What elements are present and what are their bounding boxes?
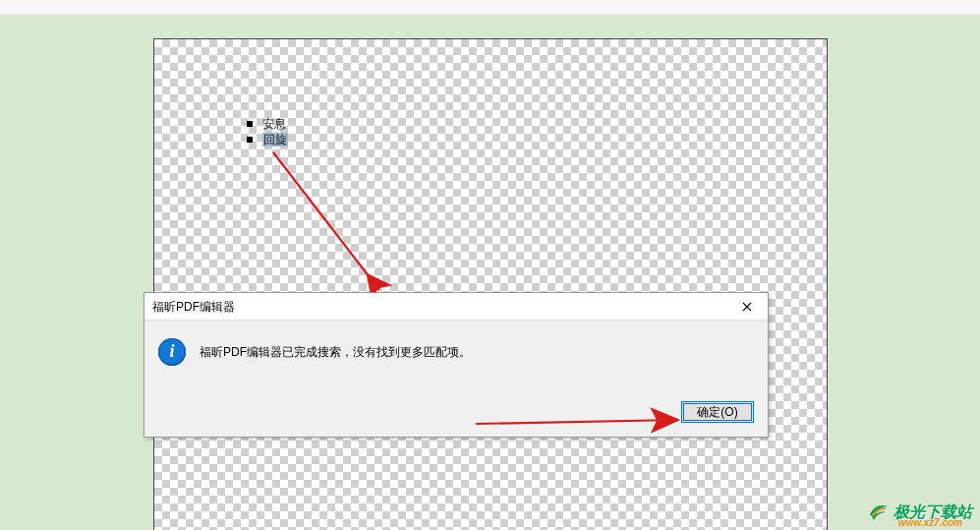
dialog-message: 福昕PDF编辑器已完成搜索，没有找到更多匹配项。 <box>200 338 471 361</box>
close-icon <box>742 302 752 312</box>
info-icon <box>158 338 186 366</box>
dialog-footer: 确定(O) <box>681 401 754 423</box>
list-item-label: 回旋 <box>262 133 288 147</box>
ok-button[interactable]: 确定(O) <box>681 401 754 423</box>
bullet-icon <box>247 137 253 143</box>
list-item: 安息 <box>247 116 288 132</box>
app-root: 安息 回旋 福昕PDF编辑器 <box>0 0 980 530</box>
dialog-title-text: 福昕PDF编辑器 <box>152 293 235 321</box>
list-item-label: 安息 <box>262 117 286 131</box>
search-complete-dialog: 福昕PDF编辑器 福昕PDF编辑器已完成搜索，没有找到更多匹配项。 确定(O) <box>144 292 769 438</box>
watermark-site-url: www.xz7.com <box>898 517 962 528</box>
document-bullet-list: 安息 回旋 <box>247 116 288 147</box>
top-toolbar-strip <box>0 0 980 15</box>
site-watermark: 极光下载站 www.xz7.com <box>866 501 972 524</box>
workspace-background: 安息 回旋 福昕PDF编辑器 <box>0 15 980 530</box>
close-button[interactable] <box>726 293 768 321</box>
list-item: 回旋 <box>247 132 288 147</box>
dialog-body: 福昕PDF编辑器已完成搜索，没有找到更多匹配项。 <box>144 321 768 366</box>
dialog-titlebar: 福昕PDF编辑器 <box>144 293 768 321</box>
bullet-icon <box>247 121 253 127</box>
pdf-canvas[interactable]: 安息 回旋 <box>153 38 828 530</box>
watermark-logo-icon <box>866 501 890 524</box>
